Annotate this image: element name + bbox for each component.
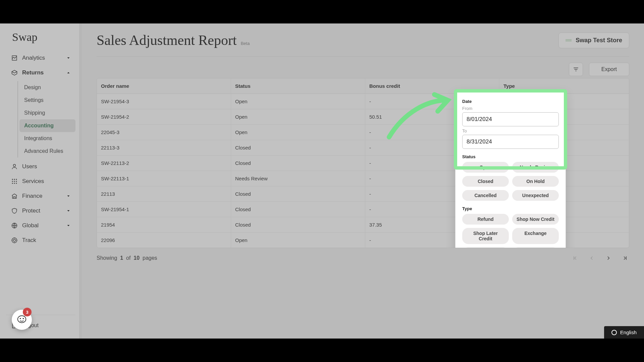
nav: Analytics Returns Design Settings Shippi… — [6, 51, 75, 247]
pagination-status: Showing 1 of 10 pages — [97, 255, 157, 261]
store-selector[interactable]: Swap Test Store — [558, 33, 629, 48]
page-next-button[interactable] — [604, 254, 612, 262]
cell-status: Open — [231, 109, 365, 124]
nav-services[interactable]: Services — [6, 174, 75, 188]
cell-order: 22113-3 — [97, 140, 231, 155]
users-icon — [11, 163, 18, 170]
svg-point-1 — [12, 179, 13, 180]
nav-label: Global — [22, 222, 39, 229]
title-text: Sales Adjustment Report — [97, 32, 237, 48]
page-header: Sales Adjustment Report Beta Swap Test S… — [97, 32, 629, 57]
filter-status-label: Status — [462, 154, 559, 159]
subnav-accounting[interactable]: Accounting — [19, 119, 75, 132]
cell-status: Closed — [231, 156, 365, 171]
nav-global[interactable]: Global — [6, 219, 75, 233]
subnav-design[interactable]: Design — [19, 81, 75, 94]
chip-needs-review[interactable]: Needs Review — [512, 162, 559, 173]
page-prev-button[interactable] — [588, 254, 596, 262]
date-to-input[interactable] — [462, 135, 559, 149]
nav-track[interactable]: Track — [6, 233, 75, 247]
cell-status: Closed — [231, 140, 365, 155]
cell-status: Open — [231, 125, 365, 140]
type-chips: Refund Shop Now Credit Shop Later Credit… — [462, 214, 559, 248]
nav-label: Users — [22, 163, 37, 170]
svg-point-6 — [16, 181, 17, 182]
nav-label: Track — [22, 237, 36, 244]
page-last-button[interactable] — [621, 254, 629, 262]
pagination: Showing 1 of 10 pages — [97, 254, 629, 262]
chip-additional-payment[interactable]: Additional Payment — [462, 247, 509, 248]
sidebar: Swap Analytics Returns Design Settings S… — [0, 23, 82, 339]
chip-unexpected[interactable]: Unexpected — [512, 190, 559, 201]
sidebar-scrollbar[interactable] — [79, 23, 82, 339]
svg-point-3 — [16, 179, 17, 180]
toolbar: Export — [97, 63, 629, 76]
nav-users[interactable]: Users — [6, 160, 75, 174]
filter-button[interactable] — [569, 63, 583, 76]
track-icon — [11, 237, 18, 244]
nav-protect[interactable]: Protect — [6, 204, 75, 218]
nav-finance[interactable]: Finance — [6, 189, 75, 203]
chip-shop-now-credit[interactable]: Shop Now Credit — [512, 214, 559, 225]
cell-status: Closed — [231, 217, 365, 232]
page-first-button[interactable] — [571, 254, 579, 262]
main: Sales Adjustment Report Beta Swap Test S… — [82, 23, 644, 339]
store-name: Swap Test Store — [576, 37, 622, 44]
chevron-down-icon — [66, 223, 71, 228]
cell-order: SW-21954-3 — [97, 94, 231, 109]
letterbox-bottom — [0, 339, 644, 362]
svg-rect-13 — [566, 39, 572, 40]
svg-point-16 — [20, 318, 21, 319]
pg-showing: Showing — [97, 255, 117, 261]
cell-order: SW-21954-1 — [97, 202, 231, 217]
chevron-down-icon — [66, 194, 71, 198]
subnav-shipping[interactable]: Shipping — [19, 107, 75, 119]
protect-icon — [11, 207, 18, 215]
subnav-integrations[interactable]: Integrations — [19, 132, 75, 145]
date-from-input[interactable] — [462, 112, 559, 126]
page-title: Sales Adjustment Report Beta — [97, 32, 250, 48]
chip-cancelled[interactable]: Cancelled — [462, 190, 509, 201]
cell-order: 22096 — [97, 233, 231, 248]
cell-status: Closed — [231, 202, 365, 217]
cell-status: Open — [231, 94, 365, 109]
export-button[interactable]: Export — [589, 63, 629, 76]
filter-type-label: Type — [462, 206, 559, 211]
chip-shop-later-credit[interactable]: Shop Later Credit — [462, 228, 509, 244]
cell-status: Open — [231, 233, 365, 248]
status-chips: Open Needs Review Closed On Hold Cancell… — [462, 162, 559, 201]
app: Swap Analytics Returns Design Settings S… — [0, 23, 644, 339]
svg-point-7 — [12, 183, 13, 184]
chip-closed[interactable]: Closed — [462, 176, 509, 187]
nav-returns[interactable]: Returns — [6, 66, 75, 80]
subnav-advanced-rules[interactable]: Advanced Rules — [19, 145, 75, 158]
svg-point-9 — [16, 183, 17, 184]
chip-open[interactable]: Open — [462, 162, 509, 173]
chip-refund[interactable]: Refund — [462, 214, 509, 225]
cell-order: 21954 — [97, 217, 231, 232]
returns-subnav: Design Settings Shipping Accounting Inte… — [17, 81, 75, 158]
nav-label: Finance — [22, 193, 42, 199]
svg-point-15 — [18, 316, 26, 323]
svg-point-4 — [12, 181, 13, 182]
language-selector[interactable]: English — [604, 326, 644, 339]
chevron-down-icon — [66, 56, 71, 60]
cell-order: 22113 — [97, 186, 231, 201]
chip-recycle[interactable]: Recycle — [512, 247, 559, 248]
nav-label: Protect — [22, 207, 40, 214]
filter-date-label: Date — [462, 99, 559, 104]
pg-pages: pages — [143, 255, 157, 261]
nav-analytics[interactable]: Analytics — [6, 51, 75, 65]
svg-rect-14 — [566, 41, 572, 41]
th-order: Order name — [97, 78, 231, 94]
svg-point-5 — [14, 181, 15, 182]
chip-exchange[interactable]: Exchange — [512, 228, 559, 244]
cell-status: Closed — [231, 186, 365, 201]
svg-point-2 — [14, 179, 15, 180]
chevron-down-icon — [66, 208, 71, 213]
chip-on-hold[interactable]: On Hold — [512, 176, 559, 187]
finance-icon — [11, 192, 18, 200]
subnav-settings[interactable]: Settings — [19, 94, 75, 107]
nav-label: Analytics — [22, 55, 45, 61]
svg-point-12 — [13, 239, 16, 242]
